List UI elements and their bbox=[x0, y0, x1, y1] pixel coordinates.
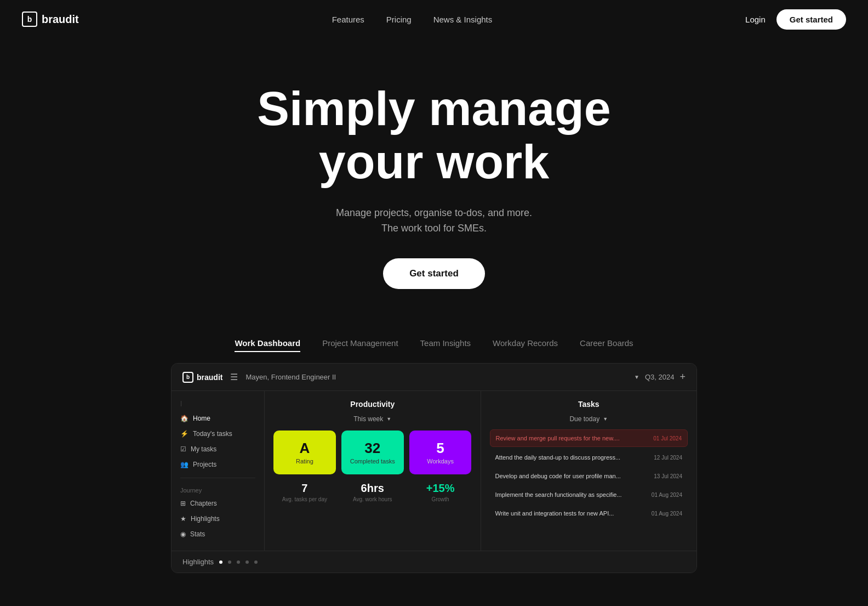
db-logo: b braudit bbox=[182, 372, 222, 383]
hamburger-icon[interactable]: ☰ bbox=[230, 372, 238, 382]
highlights-dot-1[interactable] bbox=[219, 560, 222, 564]
rating-card: A Rating bbox=[273, 431, 336, 474]
tasks-title: Tasks bbox=[490, 400, 688, 409]
db-user-info: Mayen, Frontend Engineer II bbox=[245, 373, 336, 381]
sidebar-item-todays-label: Today's tasks bbox=[193, 430, 232, 438]
logo[interactable]: b braudit bbox=[22, 12, 79, 27]
tab-work-dashboard[interactable]: Work Dashboard bbox=[235, 338, 300, 352]
highlights-dot-5[interactable] bbox=[254, 560, 258, 564]
task-text: Write unit and integration tests for new… bbox=[495, 510, 646, 517]
growth-value: +15% bbox=[409, 482, 472, 495]
db-chevron-icon: ▼ bbox=[634, 374, 639, 380]
star-icon: ★ bbox=[180, 515, 186, 523]
tab-career-boards[interactable]: Career Boards bbox=[580, 338, 633, 352]
task-row[interactable]: Write unit and integration tests for new… bbox=[490, 505, 688, 522]
productivity-cards: A Rating 32 Completed tasks 5 Workdays bbox=[273, 431, 472, 474]
logo-text: braudit bbox=[42, 13, 79, 26]
task-row[interactable]: Attend the daily stand-up to discuss pro… bbox=[490, 449, 688, 466]
lightning-icon: ⚡ bbox=[180, 430, 189, 438]
sidebar-item-projects-label: Projects bbox=[193, 461, 216, 468]
hero-subtext: Manage projects, organise to-dos, and mo… bbox=[11, 205, 857, 237]
completed-tasks-card: 32 Completed tasks bbox=[341, 431, 404, 474]
task-text: Develop and debug code for user profile … bbox=[495, 473, 649, 479]
sidebar-item-highlights-label: Highlights bbox=[191, 515, 220, 523]
db-period: Q3, 2024 bbox=[645, 373, 675, 381]
sidebar-item-chapters[interactable]: ⊞ Chapters bbox=[172, 496, 264, 511]
task-text: Implement the search functionality as sp… bbox=[495, 491, 646, 498]
get-started-nav-button[interactable]: Get started bbox=[776, 9, 846, 30]
completed-tasks-label: Completed tasks bbox=[350, 458, 395, 465]
sidebar-item-todays-tasks[interactable]: ⚡ Today's tasks bbox=[172, 426, 264, 441]
productivity-title: Productivity bbox=[273, 400, 472, 409]
task-text: Review and merge pull requests for the n… bbox=[496, 435, 648, 441]
task-row[interactable]: Review and merge pull requests for the n… bbox=[490, 429, 688, 447]
sidebar-divider-line: | bbox=[172, 400, 264, 406]
productivity-stats: 7 Avg. tasks per day 6hrs Avg. work hour… bbox=[273, 482, 472, 502]
nav-news[interactable]: News & Insights bbox=[433, 15, 493, 24]
db-main: Productivity This week ▼ A Rating 32 Com… bbox=[265, 391, 696, 551]
rating-value: A bbox=[300, 440, 310, 456]
db-logo-text: braudit bbox=[197, 373, 222, 382]
task-date: 12 Jul 2024 bbox=[654, 455, 682, 461]
sidebar-divider bbox=[180, 478, 255, 478]
week-chevron-icon: ▼ bbox=[386, 416, 391, 422]
hero-headline: Simply manage your work bbox=[11, 82, 857, 189]
avg-hours-label: Avg. work hours bbox=[341, 496, 404, 502]
task-date: 01 Aug 2024 bbox=[652, 492, 682, 498]
db-user-name: Mayen, bbox=[245, 373, 269, 381]
checkbox-icon: ☑ bbox=[180, 445, 186, 453]
workdays-card: 5 Workdays bbox=[409, 431, 472, 474]
get-started-hero-button[interactable]: Get started bbox=[383, 258, 485, 289]
db-body: | 🏠 Home ⚡ Today's tasks ☑ My tasks 👥 Pr… bbox=[172, 391, 696, 551]
dashboard-preview: b braudit ☰ Mayen, Frontend Engineer II … bbox=[171, 363, 697, 573]
sidebar-item-chapters-label: Chapters bbox=[190, 500, 217, 507]
highlights-bar: Highlights bbox=[172, 551, 696, 573]
nav-links: Features Pricing News & Insights bbox=[332, 15, 493, 24]
logo-icon: b bbox=[22, 12, 37, 27]
growth-label: Growth bbox=[409, 496, 472, 502]
highlights-dot-2[interactable] bbox=[228, 560, 231, 564]
db-productivity: Productivity This week ▼ A Rating 32 Com… bbox=[265, 391, 481, 551]
chapters-icon: ⊞ bbox=[180, 500, 186, 507]
db-add-icon[interactable]: + bbox=[679, 371, 686, 383]
task-date: 13 Jul 2024 bbox=[654, 473, 682, 479]
db-tasks: Tasks Due today ▼ Review and merge pull … bbox=[481, 391, 697, 551]
tab-team-insights[interactable]: Team Insights bbox=[420, 338, 471, 352]
db-header: b braudit ☰ Mayen, Frontend Engineer II … bbox=[172, 364, 696, 391]
tasks-header: Tasks bbox=[490, 400, 688, 409]
due-selector[interactable]: Due today ▼ bbox=[490, 415, 688, 423]
workdays-value: 5 bbox=[436, 440, 444, 456]
feature-tabs: Work Dashboard Project Management Team I… bbox=[0, 322, 868, 363]
db-logo-icon: b bbox=[182, 372, 193, 383]
sidebar-item-projects[interactable]: 👥 Projects bbox=[172, 457, 264, 472]
login-button[interactable]: Login bbox=[745, 15, 766, 24]
sidebar-item-mytasks-label: My tasks bbox=[191, 445, 216, 453]
highlights-dot-3[interactable] bbox=[237, 560, 240, 564]
db-header-right: ▼ Q3, 2024 + bbox=[634, 371, 686, 383]
navbar: b braudit Features Pricing News & Insigh… bbox=[0, 0, 868, 38]
sidebar-item-stats[interactable]: ◉ Stats bbox=[172, 526, 264, 542]
workdays-label: Workdays bbox=[427, 458, 454, 465]
tab-workday-records[interactable]: Workday Records bbox=[493, 338, 558, 352]
task-row[interactable]: Implement the search functionality as sp… bbox=[490, 486, 688, 503]
task-date: 01 Aug 2024 bbox=[652, 511, 682, 517]
task-row[interactable]: Develop and debug code for user profile … bbox=[490, 468, 688, 484]
completed-tasks-value: 32 bbox=[364, 440, 380, 456]
nav-pricing[interactable]: Pricing bbox=[386, 15, 412, 24]
week-selector[interactable]: This week ▼ bbox=[273, 415, 472, 423]
highlights-dot-4[interactable] bbox=[245, 560, 249, 564]
db-user-role: Frontend Engineer II bbox=[271, 373, 336, 381]
avg-hours-stat: 6hrs Avg. work hours bbox=[341, 482, 404, 502]
sidebar-item-my-tasks[interactable]: ☑ My tasks bbox=[172, 441, 264, 457]
task-text: Attend the daily stand-up to discuss pro… bbox=[495, 454, 649, 461]
avg-hours-value: 6hrs bbox=[341, 482, 404, 495]
due-chevron-icon: ▼ bbox=[603, 416, 608, 422]
sidebar-item-home[interactable]: 🏠 Home bbox=[172, 411, 264, 426]
people-icon: 👥 bbox=[180, 461, 189, 468]
nav-features[interactable]: Features bbox=[332, 15, 364, 24]
sidebar-item-highlights[interactable]: ★ Highlights bbox=[172, 511, 264, 526]
growth-stat: +15% Growth bbox=[409, 482, 472, 502]
avg-tasks-value: 7 bbox=[273, 482, 336, 495]
sidebar-section-journey: Journey bbox=[172, 484, 264, 496]
tab-project-management[interactable]: Project Management bbox=[322, 338, 398, 352]
